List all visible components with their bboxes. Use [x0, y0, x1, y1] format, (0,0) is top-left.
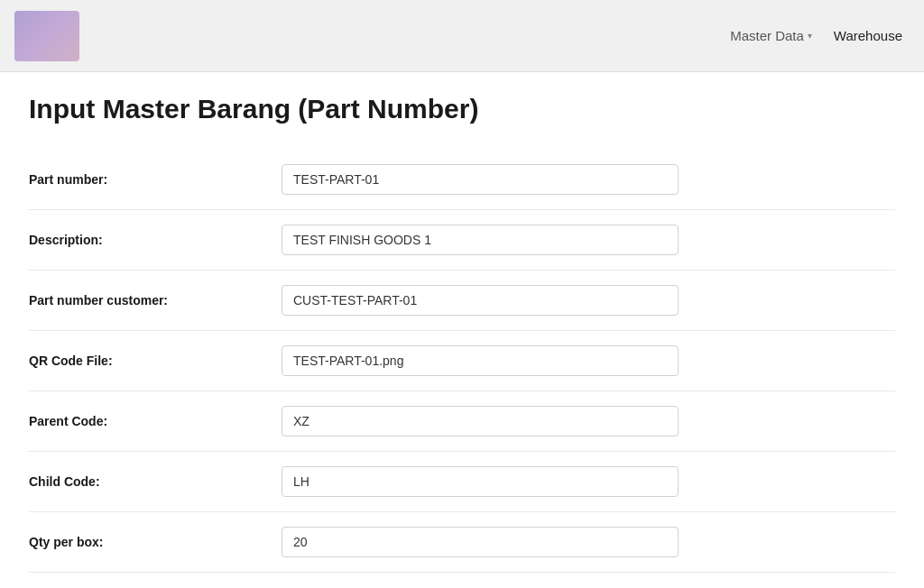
form-row-description: Description:	[29, 210, 895, 271]
input-qty-per-box[interactable]	[282, 527, 679, 557]
input-part-number[interactable]	[282, 164, 679, 195]
input-parent-code[interactable]	[282, 406, 679, 436]
dropdown-arrow-icon: ▾	[808, 31, 812, 41]
form-section: Part number: Description: Part number cu…	[29, 150, 895, 573]
warehouse-label: Warehouse	[834, 28, 902, 43]
label-qr-code-file: QR Code File:	[29, 354, 282, 368]
navbar: Master Data ▾ Warehouse	[0, 0, 924, 72]
logo	[14, 11, 79, 61]
label-part-number: Part number:	[29, 172, 282, 187]
input-child-code[interactable]	[282, 466, 679, 497]
form-row-part-number: Part number:	[29, 150, 895, 210]
input-part-number-customer[interactable]	[282, 285, 679, 316]
input-qr-code-file[interactable]	[282, 345, 679, 376]
form-row-qr-code-file: QR Code File:	[29, 331, 895, 391]
form-row-part-number-customer: Part number customer:	[29, 271, 895, 331]
nav-links: Master Data ▾ Warehouse	[723, 24, 910, 47]
input-description[interactable]	[282, 225, 679, 255]
label-child-code: Child Code:	[29, 474, 282, 489]
label-parent-code: Parent Code:	[29, 414, 282, 428]
master-data-nav[interactable]: Master Data ▾	[723, 24, 819, 47]
label-description: Description:	[29, 233, 282, 247]
form-row-parent-code: Parent Code:	[29, 391, 895, 452]
form-row-child-code: Child Code:	[29, 452, 895, 512]
label-part-number-customer: Part number customer:	[29, 293, 282, 308]
master-data-label: Master Data	[730, 28, 804, 43]
label-qty-per-box: Qty per box:	[29, 535, 282, 549]
main-content: Input Master Barang (Part Number) Part n…	[0, 72, 924, 588]
form-row-qty-per-box: Qty per box:	[29, 512, 895, 573]
warehouse-nav[interactable]: Warehouse	[827, 24, 910, 47]
page-title: Input Master Barang (Part Number)	[29, 94, 895, 124]
